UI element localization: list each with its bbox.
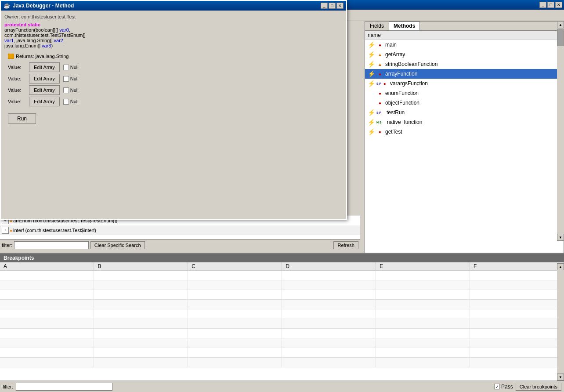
methods-list: ⚡ ● main ⚡ ▲ getArray ⚡ ▲ stringBooleanF… [365, 40, 564, 256]
edit-array-button-1[interactable]: Edit Array [29, 74, 60, 83]
dialog-icon: ☕ [4, 3, 10, 9]
col-f: F [470, 262, 564, 271]
vars-row: + ● interf (com.thistestuser.test.Test$i… [0, 225, 360, 235]
bg-maximize-button[interactable]: □ [547, 2, 554, 8]
method-name: native_function [387, 119, 423, 125]
sig-var: var3 [42, 43, 51, 48]
cell [282, 290, 376, 300]
methods-scrollbar[interactable]: ▲ ▼ [557, 21, 564, 241]
dialog-maximize-button[interactable]: □ [329, 3, 336, 9]
cell [470, 348, 564, 358]
clear-specific-search-button[interactable]: Clear Specific Search [90, 241, 145, 249]
bp-filter-input[interactable] [16, 383, 112, 391]
cell [188, 280, 282, 290]
cell [470, 309, 564, 319]
tab-fields[interactable]: Fields [365, 22, 389, 30]
scroll-down-arrow[interactable]: ▼ [557, 374, 564, 381]
param-label: Value: [8, 99, 25, 104]
method-row[interactable]: ⚡ S F ● varargsFunction [365, 79, 564, 88]
breakpoints-panel: Breakpoints A B C D E F ▲ ▼ [0, 253, 564, 392]
null-checkbox-1[interactable] [63, 76, 69, 82]
cell [0, 329, 94, 338]
clear-breakpoints-button[interactable]: Clear breakpoints [516, 383, 561, 391]
edit-array-button-3[interactable]: Edit Array [29, 97, 60, 106]
folder-icon [8, 54, 14, 59]
col-b: B [94, 262, 188, 271]
bg-close-button[interactable]: ✕ [555, 2, 562, 8]
dialog-minimize-button[interactable]: _ [321, 3, 328, 9]
param-label: Value: [8, 65, 25, 70]
method-row-selected[interactable]: ⚡ ● arrayFunction [365, 69, 564, 79]
table-row [0, 358, 564, 367]
sig-var: var2 [54, 38, 63, 43]
spacer [382, 119, 385, 126]
cell [376, 280, 470, 290]
method-row[interactable]: ⚡ ▲ stringBooleanFunction [365, 59, 564, 69]
table-row [0, 300, 564, 309]
circle-icon: ● [376, 41, 383, 48]
null-check-3: Null [63, 99, 79, 105]
edit-array-button-2[interactable]: Edit Array [29, 85, 60, 95]
cell [282, 329, 376, 338]
lightning-icon: ⚡ [368, 51, 375, 58]
spacer [381, 109, 385, 116]
pass-checkbox[interactable]: ✓ [494, 384, 500, 389]
method-row[interactable]: ● objectFunction [365, 98, 564, 108]
edit-array-button-0[interactable]: Edit Array [29, 62, 60, 72]
col-d: D [282, 262, 376, 271]
bp-scrollbar[interactable]: ▲ ▼ [557, 263, 564, 381]
method-row[interactable]: ⚡ ■ getTest [365, 127, 564, 137]
lightning-icon: ⚡ [368, 128, 375, 135]
scroll-thumb[interactable] [557, 29, 564, 46]
null-checkbox-3[interactable] [63, 99, 69, 105]
circle-icon: ● [381, 80, 388, 87]
table-row [0, 271, 564, 280]
col-c: C [188, 262, 282, 271]
lightning-icon: ⚡ [368, 41, 375, 48]
method-row[interactable]: ● enumFunction [365, 88, 564, 98]
cell [470, 338, 564, 348]
refresh-button[interactable]: Refresh [333, 241, 358, 249]
scroll-down-arrow[interactable]: ▼ [557, 234, 564, 241]
bg-window-controls: _ □ ✕ [539, 2, 562, 8]
cell [0, 319, 94, 329]
filter-input[interactable] [14, 241, 89, 249]
cell [376, 319, 470, 329]
method-row[interactable]: ⚡ ● main [365, 40, 564, 50]
scroll-up-arrow[interactable]: ▲ [557, 21, 564, 28]
null-checkbox-0[interactable] [63, 65, 69, 70]
cell [94, 338, 188, 348]
table-row [0, 319, 564, 329]
method-name: main [385, 42, 397, 48]
expand-button[interactable]: + [2, 227, 9, 234]
cell [0, 348, 94, 358]
cell [0, 280, 94, 290]
cell [94, 290, 188, 300]
cell [470, 329, 564, 338]
cell [282, 300, 376, 309]
dialog-close-button[interactable]: ✕ [336, 3, 343, 9]
pass-label: Pass [501, 384, 513, 390]
cell [94, 280, 188, 290]
tab-methods[interactable]: Methods [389, 22, 420, 30]
null-label: Null [70, 99, 79, 104]
scroll-up-arrow[interactable]: ▲ [557, 263, 564, 270]
cell [376, 309, 470, 319]
null-check-1: Null [63, 76, 79, 82]
cell [94, 319, 188, 329]
badge-ns: N S [376, 121, 382, 124]
bg-minimize-button[interactable]: _ [539, 2, 546, 8]
return-text: Returns: java.lang.String [16, 54, 69, 59]
null-checkbox-2[interactable] [63, 87, 69, 93]
lightning-icon: ⚡ [368, 61, 375, 68]
method-name: varargsFunction [390, 80, 428, 87]
method-row[interactable]: ⚡ ▲ getArray [365, 50, 564, 59]
run-button[interactable]: Run [8, 113, 36, 124]
method-row[interactable]: ⚡ N S native_function [365, 117, 564, 127]
triangle-icon: ▲ [376, 61, 383, 68]
cell [470, 319, 564, 329]
cell [94, 271, 188, 280]
cell [188, 348, 282, 358]
dialog-window: ☕ Java Debugger - Method _ □ ✕ Owner: co… [0, 0, 347, 220]
method-row[interactable]: ⚡ S F testRun [365, 108, 564, 117]
